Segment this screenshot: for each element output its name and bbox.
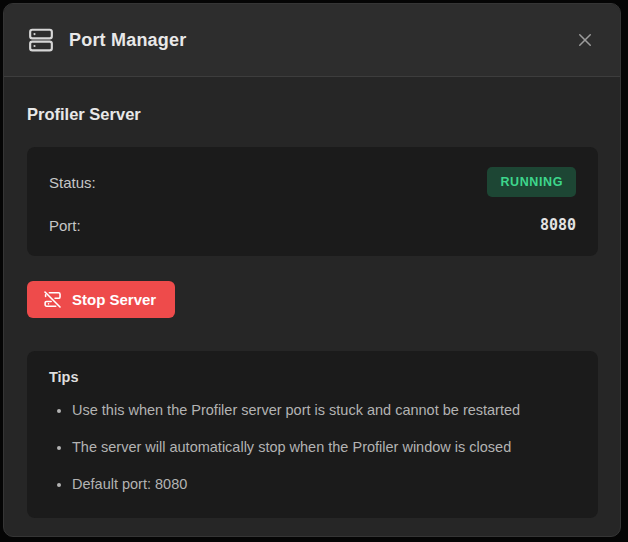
server-off-icon — [43, 290, 62, 309]
dialog-content: Profiler Server Status: RUNNING Port: 80… — [4, 77, 620, 518]
tips-panel: Tips Use this when the Profiler server p… — [27, 351, 598, 518]
status-row: Status: RUNNING — [49, 167, 576, 197]
dialog-titlebar: Port Manager — [4, 4, 620, 77]
section-title: Profiler Server — [27, 105, 598, 124]
port-manager-dialog: Port Manager Profiler Server Status: RUN… — [3, 3, 621, 537]
port-row: Port: 8080 — [49, 214, 576, 236]
status-label: Status: — [49, 174, 96, 191]
port-label: Port: — [49, 217, 81, 234]
dialog-title: Port Manager — [69, 30, 570, 51]
status-panel: Status: RUNNING Port: 8080 — [27, 147, 598, 256]
tip-item: Default port: 8080 — [72, 474, 576, 494]
tip-item: Use this when the Profiler server port i… — [72, 400, 576, 420]
tip-item: The server will automatically stop when … — [72, 437, 576, 457]
server-icon — [28, 27, 54, 53]
status-badge: RUNNING — [487, 167, 576, 197]
stop-server-button[interactable]: Stop Server — [27, 281, 175, 318]
tips-list: Use this when the Profiler server port i… — [49, 400, 576, 494]
tips-title: Tips — [49, 369, 576, 385]
stop-server-label: Stop Server — [72, 291, 156, 308]
close-button[interactable] — [570, 25, 600, 55]
port-value: 8080 — [540, 216, 576, 234]
close-icon — [576, 31, 594, 49]
